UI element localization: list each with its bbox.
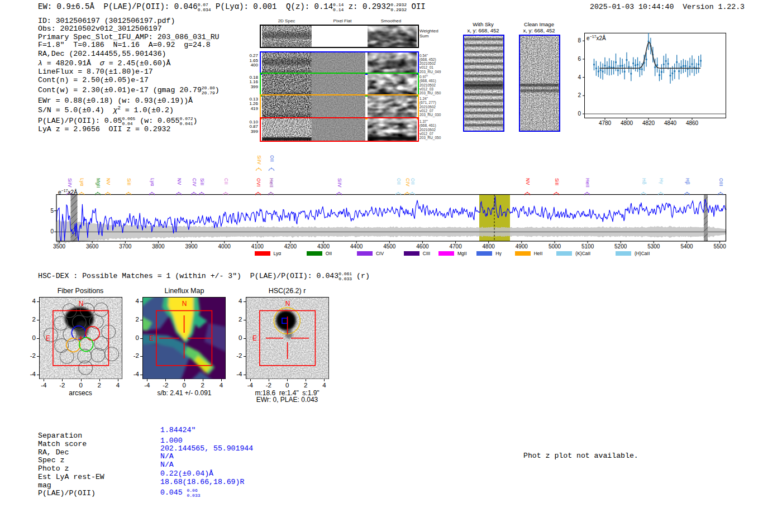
svg-text:E: E [46,334,50,342]
svg-text:E: E [252,334,256,342]
svg-text:N: N [285,300,290,308]
svg-text:N: N [79,300,84,308]
svg-text:N: N [182,300,187,308]
svg-text:E: E [149,334,154,342]
